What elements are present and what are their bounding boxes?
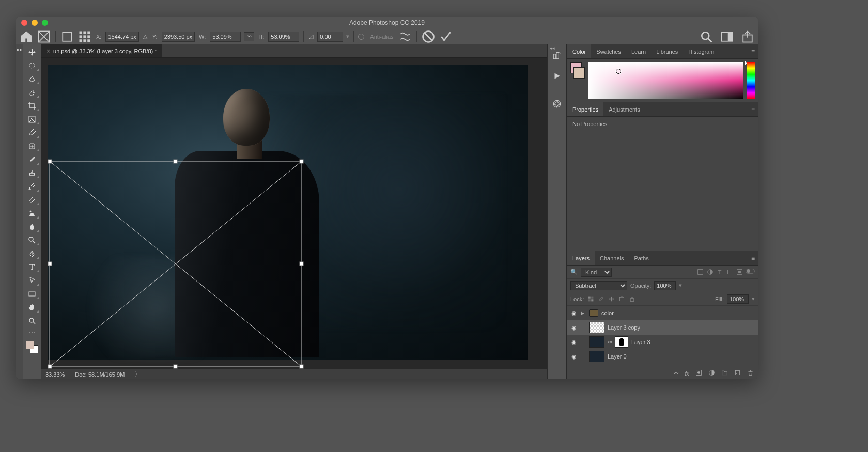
layer-style-icon[interactable]: fx (685, 370, 689, 377)
layer-row[interactable]: ◉ Layer 3 copy (567, 320, 758, 335)
canvas-wrap[interactable] (41, 58, 547, 369)
filter-pixel-icon[interactable] (696, 269, 704, 276)
layer-name[interactable]: Layer 3 copy (608, 324, 755, 331)
navigator-panel-icon[interactable] (552, 99, 562, 111)
lock-position-icon[interactable] (608, 295, 615, 303)
color-swatches[interactable] (25, 340, 39, 354)
layer-name[interactable]: Layer 0 (608, 353, 755, 360)
new-layer-icon[interactable] (734, 369, 741, 377)
mask-link-icon[interactable]: ⚯ (608, 339, 612, 345)
gradient-tool[interactable] (25, 208, 39, 219)
layer-thumbnail[interactable] (589, 322, 605, 333)
lock-all-icon[interactable] (628, 295, 636, 303)
transform-tool-icon[interactable] (37, 30, 51, 43)
quick-select-tool[interactable] (25, 87, 39, 98)
type-tool[interactable] (25, 261, 39, 273)
hue-slider[interactable] (747, 62, 755, 99)
delta-icon[interactable]: △ (142, 33, 148, 40)
canvas[interactable] (48, 65, 528, 360)
frame-tool[interactable] (25, 114, 39, 125)
layer-filter-kind[interactable]: Kind (581, 268, 612, 277)
collapse-dock-icon[interactable]: ◂◂ (550, 45, 555, 51)
tab-channels[interactable]: Channels (595, 251, 629, 265)
toolbar-expand[interactable]: ▸▸ (16, 44, 23, 379)
history-brush-tool[interactable] (25, 181, 39, 192)
visibility-toggle-icon[interactable]: ◉ (570, 339, 578, 346)
blur-tool[interactable] (25, 221, 39, 232)
panel-menu-icon[interactable]: ≡ (751, 48, 755, 55)
doc-size-readout[interactable]: Doc: 58.1M/165.9M (75, 371, 125, 378)
home-icon[interactable] (19, 30, 34, 43)
marquee-tool[interactable] (25, 60, 39, 71)
status-caret-icon[interactable]: 〉 (135, 370, 141, 378)
tab-layers[interactable]: Layers (567, 251, 595, 265)
lock-artboard-icon[interactable] (618, 295, 625, 303)
tab-libraries[interactable]: Libraries (651, 44, 683, 58)
ref-point-toggle-icon[interactable] (60, 30, 74, 43)
brush-tool[interactable] (25, 154, 39, 165)
close-tab-icon[interactable]: × (47, 48, 50, 55)
lock-transparency-icon[interactable] (587, 295, 594, 303)
path-select-tool[interactable] (25, 275, 39, 286)
layer-thumbnail[interactable] (589, 351, 605, 362)
layer-name[interactable]: Layer 3 (631, 339, 755, 345)
tab-color[interactable]: Color (567, 44, 591, 58)
eyedropper-tool[interactable] (25, 127, 39, 138)
filter-smart-icon[interactable] (736, 269, 743, 276)
link-layers-icon[interactable]: ⚯ (674, 370, 678, 377)
search-icon[interactable] (699, 30, 714, 43)
visibility-toggle-icon[interactable]: ◉ (570, 353, 578, 360)
tab-swatches[interactable]: Swatches (591, 44, 626, 58)
h-field[interactable]: 53.09% (268, 32, 299, 42)
panel-menu-icon[interactable]: ≡ (751, 255, 755, 262)
document-tab[interactable]: × un.psd @ 33.3% (Layer 3 copy, RGB/8) * (41, 44, 162, 57)
share-icon[interactable] (740, 30, 755, 43)
blend-mode-select[interactable]: Subtract (570, 281, 627, 290)
layer-name[interactable]: color (601, 310, 755, 316)
tab-paths[interactable]: Paths (629, 251, 654, 265)
commit-transform-icon[interactable] (439, 30, 453, 43)
dodge-tool[interactable] (25, 235, 39, 246)
new-adjustment-icon[interactable] (708, 369, 715, 377)
zoom-window-button[interactable] (42, 20, 48, 26)
pen-tool[interactable] (25, 248, 39, 259)
workspace-icon[interactable] (720, 30, 734, 43)
healing-brush-tool[interactable] (25, 141, 39, 152)
layer-row[interactable]: ◉ ⚯ Layer 3 (567, 335, 758, 349)
w-field[interactable]: 53.09% (210, 32, 241, 42)
opacity-field[interactable]: 100% (654, 281, 676, 290)
filter-toggle[interactable] (746, 269, 755, 274)
tab-properties[interactable]: Properties (567, 102, 603, 116)
minimize-window-button[interactable] (32, 20, 38, 26)
hand-tool[interactable] (25, 302, 39, 313)
history-panel-icon[interactable] (552, 51, 562, 62)
filter-type-icon[interactable]: T (716, 269, 723, 276)
zoom-readout[interactable]: 33.33% (45, 371, 65, 378)
color-spectrum[interactable] (588, 62, 743, 99)
layer-row[interactable]: ◉ Layer 0 (567, 349, 758, 364)
lock-pixels-icon[interactable] (597, 295, 605, 303)
warp-mode-icon[interactable] (398, 30, 412, 43)
layer-mask-thumbnail[interactable] (615, 336, 628, 348)
visibility-toggle-icon[interactable]: ◉ (570, 324, 578, 331)
rectangle-tool[interactable] (25, 288, 39, 300)
fill-field[interactable]: 100% (727, 294, 749, 304)
y-field[interactable]: 2393.50 px (162, 32, 195, 42)
edit-toolbar-icon[interactable]: ⋯ (25, 329, 39, 336)
aspect-link-icon[interactable]: ⚯ (244, 32, 254, 41)
antialias-checkbox[interactable] (358, 34, 364, 40)
visibility-toggle-icon[interactable]: ◉ (570, 310, 578, 317)
filter-adjust-icon[interactable] (706, 269, 714, 276)
panel-menu-icon[interactable]: ≡ (751, 106, 755, 113)
new-group-icon[interactable] (721, 369, 728, 377)
x-field[interactable]: 1544.74 px (105, 32, 138, 42)
delete-layer-icon[interactable] (747, 369, 754, 377)
close-window-button[interactable] (21, 20, 27, 26)
zoom-tool[interactable] (25, 315, 39, 326)
ref-point-grid-icon[interactable] (78, 30, 92, 43)
add-mask-icon[interactable] (695, 369, 702, 377)
filter-shape-icon[interactable] (726, 269, 733, 276)
layer-thumbnail[interactable] (589, 336, 605, 348)
twirl-icon[interactable]: ▶ (581, 310, 586, 316)
actions-panel-icon[interactable] (552, 71, 562, 83)
